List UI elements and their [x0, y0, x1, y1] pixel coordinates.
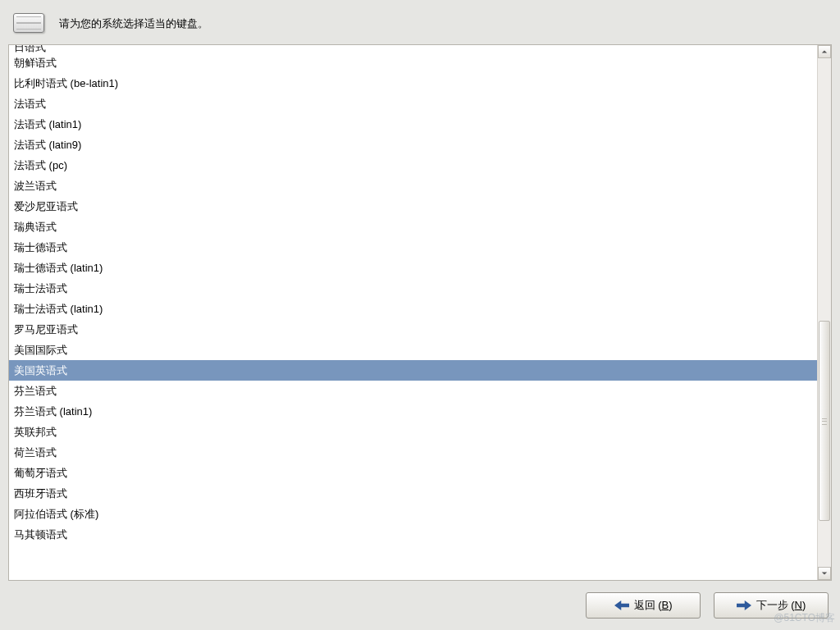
list-item[interactable]: 朝鲜语式 — [9, 52, 817, 73]
list-item[interactable]: 瑞士德语式 — [9, 237, 817, 258]
list-item[interactable]: 瑞士德语式 (latin1) — [9, 258, 817, 278]
list-item[interactable]: 日语式 — [9, 45, 817, 52]
header: 请为您的系统选择适当的键盘。 — [0, 0, 840, 44]
chevron-up-icon — [821, 48, 828, 55]
list-item[interactable]: 美国国际式 — [9, 340, 817, 360]
installer-screen: 请为您的系统选择适当的键盘。 日语式朝鲜语式比利时语式 (be-latin1)法… — [0, 0, 840, 630]
scrollbar-thumb[interactable] — [819, 321, 830, 521]
next-button-label: 下一步 (N) — [756, 598, 806, 613]
scrollbar — [817, 45, 831, 580]
list-item[interactable]: 罗马尼亚语式 — [9, 319, 817, 340]
next-button[interactable]: 下一步 (N) — [714, 592, 829, 619]
list-item[interactable]: 西班牙语式 — [9, 483, 817, 504]
keyboard-list-box: 日语式朝鲜语式比利时语式 (be-latin1)法语式法语式 (latin1)法… — [8, 44, 832, 581]
list-item[interactable]: 美国英语式 — [9, 360, 817, 381]
scroll-up-button[interactable] — [818, 45, 831, 58]
list-item[interactable]: 瑞士法语式 (latin1) — [9, 299, 817, 319]
list-item[interactable]: 英联邦式 — [9, 422, 817, 442]
keyboard-icon — [13, 10, 44, 33]
keyboard-list[interactable]: 日语式朝鲜语式比利时语式 (be-latin1)法语式法语式 (latin1)法… — [9, 45, 817, 580]
arrow-left-icon — [614, 600, 629, 611]
list-item[interactable]: 法语式 (latin1) — [9, 114, 817, 135]
list-item[interactable]: 爱沙尼亚语式 — [9, 196, 817, 217]
list-item[interactable]: 马其顿语式 — [9, 524, 817, 545]
list-item[interactable]: 葡萄牙语式 — [9, 463, 817, 483]
footer: 返回 (B) 下一步 (N) — [0, 581, 840, 630]
header-prompt: 请为您的系统选择适当的键盘。 — [59, 7, 208, 31]
list-item[interactable]: 法语式 — [9, 94, 817, 114]
list-item[interactable]: 瑞典语式 — [9, 217, 817, 237]
list-item[interactable]: 波兰语式 — [9, 176, 817, 196]
scroll-down-button[interactable] — [818, 567, 831, 580]
chevron-down-icon — [821, 570, 828, 577]
list-item[interactable]: 荷兰语式 — [9, 442, 817, 463]
list-item[interactable]: 芬兰语式 (latin1) — [9, 401, 817, 422]
list-item[interactable]: 芬兰语式 — [9, 381, 817, 401]
list-item[interactable]: 法语式 (pc) — [9, 155, 817, 176]
list-item[interactable]: 瑞士法语式 — [9, 278, 817, 299]
list-item[interactable]: 法语式 (latin9) — [9, 135, 817, 155]
back-button[interactable]: 返回 (B) — [586, 592, 701, 619]
back-button-label: 返回 (B) — [634, 598, 673, 613]
arrow-right-icon — [737, 600, 751, 611]
list-item[interactable]: 比利时语式 (be-latin1) — [9, 73, 817, 94]
list-item[interactable]: 阿拉伯语式 (标准) — [9, 504, 817, 524]
